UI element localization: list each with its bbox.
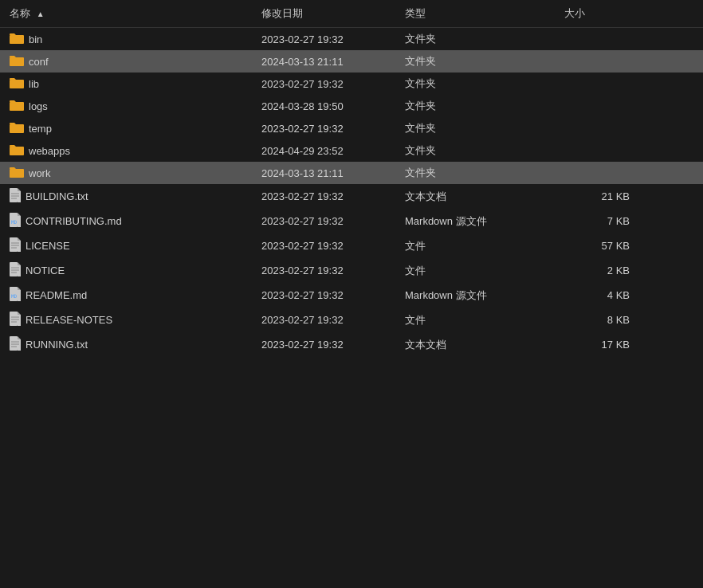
svg-rect-0 [10,35,24,44]
folder-icon [10,167,24,180]
sort-arrow-up: ▲ [37,10,45,18]
file-name: lib [29,78,39,90]
table-row[interactable]: bin 2023-02-27 19:32 文件夹 [0,28,703,50]
table-row[interactable]: RUNNING.txt 2023-02-27 19:32 文本文档 17 KB [0,332,703,357]
table-row[interactable]: RELEASE-NOTES 2023-02-27 19:32 文件 8 KB [0,308,703,332]
table-row[interactable]: lib 2023-02-27 19:32 文件夹 [0,73,703,95]
svg-rect-2 [10,80,24,88]
table-row[interactable]: logs 2024-03-28 19:50 文件夹 [0,95,703,117]
table-header: 名称 ▲ 修改日期 类型 大小 [0,0,703,28]
file-name: BUILDING.txt [26,190,88,202]
file-type: 文件夹 [399,74,558,93]
file-icon: MD [10,287,21,304]
file-size: 2 KB [558,262,654,279]
header-type[interactable]: 类型 [399,3,558,24]
file-icon [10,336,21,353]
header-size[interactable]: 大小 [558,3,654,24]
folder-icon [10,122,24,135]
svg-rect-31 [18,290,21,301]
table-row[interactable]: work 2024-03-13 21:11 文件夹 [0,162,703,184]
header-modified[interactable]: 修改日期 [255,3,399,24]
file-name: NOTICE [26,265,65,276]
file-modified: 2023-02-27 19:32 [255,31,399,48]
file-type: 文件夹 [399,163,558,182]
file-type: 文件夹 [399,141,558,160]
file-modified: 2023-02-27 19:32 [255,213,399,229]
file-size [558,81,654,86]
svg-rect-25 [18,265,21,276]
file-name: work [29,167,50,179]
svg-rect-9 [18,191,21,202]
file-size [558,148,654,153]
file-type: 文件夹 [399,29,558,49]
svg-rect-7 [10,188,18,202]
file-name-cell: RELEASE-NOTES [0,309,255,331]
table-row[interactable]: NOTICE 2023-02-27 19:32 文件 2 KB [0,258,703,283]
file-type: 文件夹 [399,96,558,116]
file-type: 文本文档 [399,187,558,206]
file-size: 57 KB [558,237,654,254]
file-name: conf [29,56,49,68]
file-modified: 2024-03-13 21:11 [255,165,399,182]
table-row[interactable]: webapps 2024-04-29 23:52 文件夹 [0,139,703,162]
file-name-cell: lib [0,75,255,93]
file-name-cell: bin [0,30,255,49]
table-row[interactable]: BUILDING.txt 2023-02-27 19:32 文本文档 21 KB [0,184,703,209]
folder-icon [10,55,24,69]
file-name-cell: webapps [0,142,255,160]
file-name: logs [29,100,48,112]
svg-rect-35 [18,315,21,326]
header-name[interactable]: 名称 ▲ [0,3,255,24]
table-row[interactable]: MD CONTRIBUTING.md 2023-02-27 19:32 Mark… [0,209,703,233]
file-size [558,59,654,64]
file-modified: 2023-02-27 19:32 [255,336,399,353]
file-modified: 2023-02-27 19:32 [255,287,399,304]
file-type: 文件 [399,237,558,256]
file-name: webapps [29,145,70,157]
table-row[interactable]: MD README.md 2023-02-27 19:32 Markdown 源… [0,283,703,308]
file-name-cell: work [0,164,255,182]
file-modified: 2024-03-28 19:50 [255,98,399,115]
svg-rect-41 [18,339,21,351]
file-icon: MD [10,213,21,229]
file-name-cell: BUILDING.txt [0,186,255,207]
file-type: 文件 [399,311,558,330]
file-icon [10,312,21,328]
file-name: RUNNING.txt [26,339,88,351]
file-modified: 2023-02-27 19:32 [255,188,399,205]
svg-rect-39 [10,336,18,351]
file-icon [10,237,21,254]
file-modified: 2023-02-27 19:32 [255,237,399,254]
svg-marker-14 [18,213,21,216]
svg-text:MD: MD [11,219,18,225]
file-name: README.md [26,289,87,301]
file-size: 8 KB [558,312,654,328]
file-modified: 2023-02-27 19:32 [255,120,399,137]
table-row[interactable]: temp 2023-02-27 19:32 文件夹 [0,117,703,139]
svg-marker-8 [18,188,21,191]
file-size: 17 KB [558,336,654,353]
svg-rect-1 [10,57,24,66]
file-type: 文件夹 [399,119,558,138]
file-type: 文件夹 [399,52,558,71]
folder-icon [10,33,24,46]
file-icon [10,262,21,279]
svg-rect-4 [10,124,24,133]
table-row[interactable]: conf 2024-03-13 21:11 文件夹 [0,50,703,73]
file-name-cell: MD CONTRIBUTING.md [0,210,255,232]
file-modified: 2023-02-27 19:32 [255,262,399,279]
svg-rect-19 [18,241,21,252]
file-list: bin 2023-02-27 19:32 文件夹 conf 2024-03-13… [0,28,703,357]
file-name-cell: temp [0,120,255,138]
file-name: temp [29,123,52,135]
svg-rect-23 [10,262,18,276]
file-name-cell: MD README.md [0,284,255,306]
file-size [558,171,654,175]
file-modified: 2024-04-29 23:52 [255,143,399,159]
file-name-cell: LICENSE [0,235,255,257]
file-size: 21 KB [558,188,654,205]
file-type: Markdown 源文件 [399,212,558,231]
table-row[interactable]: LICENSE 2023-02-27 19:32 文件 57 KB [0,233,703,258]
file-icon [10,188,21,205]
svg-marker-30 [18,287,21,290]
